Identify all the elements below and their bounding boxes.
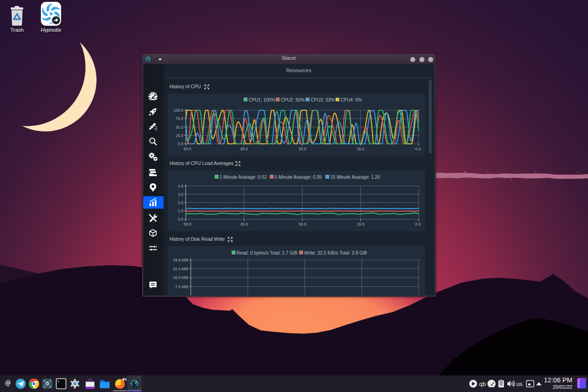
svg-text:7.5 MiB: 7.5 MiB — [175, 284, 188, 289]
svg-text:us: us — [516, 381, 522, 387]
svg-text:15.0 MiB: 15.0 MiB — [173, 275, 188, 280]
svg-text:15.0: 15.0 — [357, 222, 365, 227]
svg-text:30.0: 30.0 — [299, 147, 306, 151]
svg-text:60.0: 60.0 — [184, 222, 192, 227]
svg-text:2.0: 2.0 — [178, 200, 183, 205]
svg-text:25.0: 25.0 — [175, 133, 183, 138]
svg-text:12:06 PM: 12:06 PM — [544, 376, 572, 384]
svg-text:5 Minute Avarage: 0.95: 5 Minute Avarage: 0.95 — [275, 175, 322, 180]
svg-text:20/01/22: 20/01/22 — [553, 384, 572, 390]
svg-text:qb: qb — [479, 381, 486, 387]
svg-text:Write: 32.0 KiB/s Total: 3.8 G: Write: 32.0 KiB/s Total: 3.8 GiB — [304, 250, 367, 256]
svg-text:Read: 0 bytes/s Total: 1.7 GiB: Read: 0 bytes/s Total: 1.7 GiB — [237, 250, 297, 256]
svg-text:45.0: 45.0 — [240, 222, 248, 227]
svg-text:0.0: 0.0 — [178, 142, 183, 146]
svg-text:100.0: 100.0 — [174, 108, 184, 113]
svg-text:29.9 MiB: 29.9 MiB — [173, 258, 188, 262]
svg-text:75.0: 75.0 — [175, 116, 183, 121]
svg-text:0.0: 0.0 — [415, 222, 421, 227]
svg-text:15.0: 15.0 — [357, 147, 365, 151]
svg-text:50.0: 50.0 — [175, 125, 183, 130]
svg-text:45.0: 45.0 — [240, 147, 248, 151]
svg-text:1.0: 1.0 — [178, 209, 183, 213]
svg-text:1 Minute Avarage: 0.52: 1 Minute Avarage: 0.52 — [220, 175, 267, 180]
svg-text:30.0: 30.0 — [299, 222, 306, 227]
svg-text:0.0: 0.0 — [415, 147, 421, 151]
svg-text:0.0: 0.0 — [178, 217, 183, 222]
svg-text:22.4 MiB: 22.4 MiB — [173, 267, 188, 271]
svg-text:15 Minute Avarage: 1.26: 15 Minute Avarage: 1.26 — [330, 175, 380, 180]
svg-text:CPU4: 0%: CPU4: 0% — [340, 97, 362, 102]
svg-text:CPU2: 50%: CPU2: 50% — [281, 97, 305, 102]
svg-text:CPU3: 33%: CPU3: 33% — [311, 97, 334, 102]
svg-text:CPU1: 100%: CPU1: 100% — [249, 97, 275, 102]
svg-text:3.0: 3.0 — [178, 192, 183, 197]
svg-text:4.0: 4.0 — [178, 184, 183, 188]
svg-text:60.0: 60.0 — [184, 147, 192, 151]
